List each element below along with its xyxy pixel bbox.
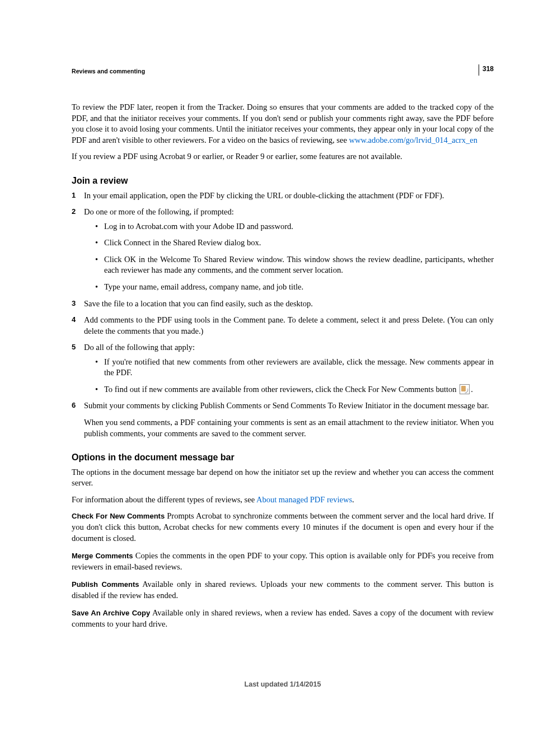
step-3: Save the file to a location that you can… bbox=[72, 298, 494, 310]
def-check-for-new-comments: Check For New Comments Prompts Acrobat t… bbox=[72, 511, 494, 544]
step-6: Submit your comments by clicking Publish… bbox=[72, 400, 494, 412]
def-save-an-archive-copy: Save An Archive Copy Available only in s… bbox=[72, 608, 494, 629]
text: . bbox=[352, 495, 354, 504]
heading-options-message-bar: Options in the document message bar bbox=[72, 451, 494, 464]
definition: Copies the comments in the open PDF to y… bbox=[72, 551, 494, 571]
link-about-managed-reviews[interactable]: About managed PDF reviews bbox=[256, 495, 352, 504]
text: For information about the different type… bbox=[72, 495, 256, 504]
term: Publish Comments bbox=[72, 580, 139, 589]
def-merge-comments: Merge Comments Copies the comments in th… bbox=[72, 550, 494, 572]
text: Do one or more of the following, if prom… bbox=[84, 207, 234, 216]
intro-paragraph-1: To review the PDF later, reopen it from … bbox=[72, 102, 494, 146]
step-1: In your email application, open the PDF … bbox=[72, 190, 494, 202]
text: Do all of the following that apply: bbox=[84, 343, 195, 352]
list-item: Click Connect in the Shared Review dialo… bbox=[95, 237, 494, 249]
def-publish-comments: Publish Comments Available only in share… bbox=[72, 579, 494, 601]
options-paragraph-2: For information about the different type… bbox=[72, 494, 494, 506]
step-6-body: When you send comments, a PDF containing… bbox=[84, 417, 494, 439]
running-head: Reviews and commenting bbox=[72, 67, 494, 75]
term: Save An Archive Copy bbox=[72, 609, 150, 617]
list-item: Log in to Acrobat.com with your Adobe ID… bbox=[95, 221, 494, 232]
footer-last-updated: Last updated 1/14/2015 bbox=[72, 680, 494, 689]
step-5: Do all of the following that apply: If y… bbox=[72, 342, 494, 395]
text: . bbox=[471, 385, 473, 394]
term: Check For New Comments bbox=[72, 512, 165, 520]
list-item: Type your name, email address, company n… bbox=[95, 282, 494, 293]
link-video[interactable]: www.adobe.com/go/lrvid_014_acrx_en bbox=[349, 136, 477, 144]
heading-join-a-review: Join a review bbox=[72, 175, 494, 187]
options-paragraph-1: The options in the document message bar … bbox=[72, 467, 494, 489]
list-item: Click OK in the Welcome To Shared Review… bbox=[95, 254, 494, 276]
step-4: Add comments to the PDF using tools in t… bbox=[72, 315, 494, 337]
list-item: To find out if new comments are availabl… bbox=[95, 384, 494, 395]
page-number: 318 bbox=[479, 64, 494, 76]
term: Merge Comments bbox=[72, 552, 133, 560]
list-item: If you're notified that new comments fro… bbox=[95, 357, 494, 379]
check-for-new-comments-icon bbox=[460, 384, 470, 394]
intro-paragraph-2: If you review a PDF using Acrobat 9 or e… bbox=[72, 151, 494, 162]
text: To find out if new comments are availabl… bbox=[104, 385, 458, 394]
step-2: Do one or more of the following, if prom… bbox=[72, 207, 494, 292]
